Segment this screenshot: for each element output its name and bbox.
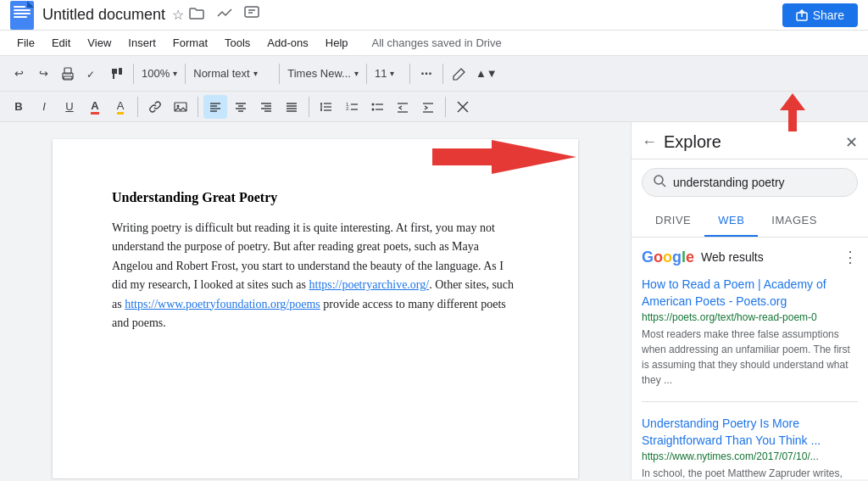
menu-bar: File Edit View Insert Format Tools Add-o…: [0, 31, 868, 56]
paint-format-button[interactable]: [105, 62, 129, 86]
menu-help[interactable]: Help: [319, 33, 355, 53]
autosave-status: All changes saved in Drive: [372, 36, 502, 49]
font-select[interactable]: Times New... ▾: [284, 62, 362, 86]
underline-button[interactable]: U: [58, 95, 81, 119]
tab-images[interactable]: IMAGES: [758, 205, 831, 237]
undo-button[interactable]: ↩: [7, 62, 31, 86]
size-caret: ▾: [390, 69, 394, 78]
justify-button[interactable]: [280, 95, 303, 119]
svg-rect-15: [119, 68, 122, 75]
line-spacing-button[interactable]: [314, 95, 338, 119]
folder-icon[interactable]: [189, 7, 204, 24]
document-title[interactable]: Untitled document: [42, 6, 165, 24]
explore-tabs: DRIVE WEB IMAGES: [632, 205, 868, 238]
menu-edit[interactable]: Edit: [45, 33, 77, 53]
svg-rect-4: [14, 16, 27, 18]
toolbar-divider-2: [185, 64, 186, 84]
result-2-snippet: In school, the poet Matthew Zapruder wri…: [642, 466, 858, 479]
style-select[interactable]: Normal text ▾: [190, 62, 275, 86]
top-icons: [216, 4, 260, 25]
zoom-select[interactable]: 100% ▾: [138, 62, 181, 86]
menu-format[interactable]: Format: [166, 33, 214, 53]
spellcheck-button[interactable]: ✓: [81, 62, 104, 86]
explore-header: ← Explore ✕: [632, 122, 868, 159]
result-1-title[interactable]: How to Read a Poem | Academy of American…: [642, 277, 858, 310]
comments-icon[interactable]: [243, 4, 260, 25]
more-results-icon[interactable]: ⋮: [843, 248, 858, 266]
align-center-button[interactable]: [229, 95, 253, 119]
explore-search-input[interactable]: [673, 176, 847, 189]
toolbar: ↩ ↪ ✓ 100% ▾ Normal text ▾ Times New... …: [0, 56, 868, 92]
document-area[interactable]: Understanding Great Poetry Writing poetr…: [0, 122, 631, 479]
link-poetry-foundation[interactable]: https://www.poetryfoundation.org/poems: [125, 298, 320, 310]
menu-addons[interactable]: Add-ons: [260, 33, 314, 53]
explore-panel: ← Explore ✕ DRIVE WEB IMAGES Google Web …: [631, 122, 868, 479]
toolbar-divider-4: [366, 64, 367, 84]
align-right-button[interactable]: [254, 95, 278, 119]
svg-rect-1: [14, 6, 25, 8]
toolbar-divider-1: [133, 64, 134, 84]
menu-insert[interactable]: Insert: [121, 33, 163, 53]
explore-close-button[interactable]: ✕: [845, 133, 858, 152]
search-icon: [653, 174, 666, 191]
print-button[interactable]: [56, 62, 80, 86]
search-result-1: How to Read a Poem | Academy of American…: [642, 277, 858, 402]
google-logo: Google: [642, 249, 694, 266]
size-select[interactable]: 11 ▾: [371, 62, 405, 86]
docs-icon: [10, 1, 34, 30]
explore-search-box: [642, 168, 858, 197]
format-divider-2: [198, 97, 198, 117]
increase-indent-button[interactable]: [416, 95, 440, 119]
star-icon[interactable]: ☆: [172, 7, 184, 23]
insert-image-button[interactable]: [169, 95, 192, 119]
activity-icon[interactable]: [216, 4, 233, 25]
web-results-header: Google Web results ⋮: [642, 248, 858, 266]
style-value: Normal text: [193, 67, 249, 80]
zoom-caret: ▾: [173, 69, 177, 78]
format-divider-1: [137, 97, 138, 117]
toolbar-divider-5: [409, 64, 410, 84]
document-page: Understanding Great Poetry Writing poetr…: [53, 139, 578, 478]
italic-button[interactable]: I: [32, 95, 56, 119]
highlight-button[interactable]: A: [108, 95, 132, 119]
link-poetry-archive[interactable]: https://poetryarchive.org/: [309, 278, 430, 291]
share-button[interactable]: Share: [782, 3, 858, 27]
align-left-button[interactable]: [203, 95, 227, 119]
zoom-value: 100%: [142, 67, 170, 80]
toolbar-divider-3: [279, 64, 280, 84]
svg-rect-2: [14, 9, 31, 11]
svg-rect-6: [245, 7, 259, 17]
format-toolbar: B I U A A 1.2.: [0, 92, 868, 122]
expand-button[interactable]: ▲▼: [472, 62, 501, 86]
decrease-indent-button[interactable]: [391, 95, 415, 119]
title-bar: Untitled document ☆ Share: [0, 0, 868, 31]
explore-content: Google Web results ⋮ How to Read a Poem …: [632, 238, 868, 479]
bullet-list-button[interactable]: [365, 95, 389, 119]
edit-button[interactable]: [448, 62, 471, 86]
svg-point-52: [654, 176, 663, 184]
menu-view[interactable]: View: [81, 33, 118, 53]
result-1-snippet: Most readers make three false assumption…: [642, 327, 858, 388]
menu-tools[interactable]: Tools: [218, 33, 257, 53]
document-heading: Understanding Great Poetry: [112, 190, 519, 205]
tab-web[interactable]: WEB: [704, 205, 758, 237]
numbered-list-button[interactable]: 1.2.: [340, 95, 364, 119]
toolbar-divider-6: [442, 64, 443, 84]
clear-formatting-button[interactable]: [451, 95, 475, 119]
result-1-url: https://poets.org/text/how-read-poem-0: [642, 311, 858, 323]
tab-drive[interactable]: DRIVE: [642, 205, 704, 237]
result-2-title[interactable]: Understanding Poetry Is More Straightfor…: [642, 416, 858, 449]
bold-button[interactable]: B: [7, 95, 31, 119]
menu-file[interactable]: File: [10, 33, 42, 53]
link-button[interactable]: [143, 95, 167, 119]
redo-button[interactable]: ↪: [31, 62, 55, 86]
search-result-2: Understanding Poetry Is More Straightfor…: [642, 416, 858, 479]
style-caret: ▾: [253, 69, 258, 78]
font-color-button[interactable]: A: [83, 95, 107, 119]
format-divider-4: [445, 97, 446, 117]
svg-point-42: [372, 103, 375, 105]
share-label: Share: [813, 8, 844, 22]
format-divider-3: [309, 97, 309, 117]
explore-back-button[interactable]: ←: [642, 133, 657, 151]
more-options-button[interactable]: ···: [415, 62, 438, 86]
